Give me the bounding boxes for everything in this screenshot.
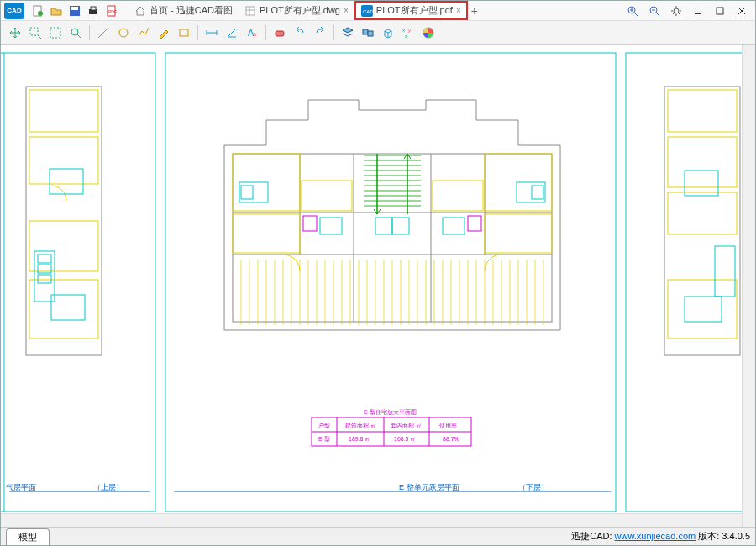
color-picker-icon[interactable] — [419, 24, 438, 42]
status-bar: 模型 迅捷CAD: www.xunjiecad.com 版本: 3.4.0.5 — [1, 527, 755, 545]
zoom-in-icon[interactable] — [626, 4, 639, 18]
pan-icon[interactable] — [6, 24, 24, 42]
svg-point-31 — [119, 29, 128, 37]
polyline-icon[interactable] — [134, 24, 153, 42]
svg-rect-125 — [29, 137, 98, 184]
coordinate-icon[interactable]: xyz — [399, 24, 417, 42]
main-toolbar: Aa xyz — [1, 21, 755, 45]
window-controls — [626, 4, 748, 18]
svg-text:y: y — [408, 28, 411, 33]
svg-rect-5 — [91, 7, 96, 10]
redo-icon[interactable] — [311, 24, 329, 42]
svg-text:使用率: 使用率 — [439, 423, 457, 429]
maximize-icon[interactable] — [713, 4, 727, 18]
open-folder-icon[interactable] — [50, 4, 63, 18]
svg-text:z: z — [405, 34, 407, 39]
zoom-realtime-icon[interactable] — [66, 24, 85, 42]
version-label: 版本: — [698, 531, 719, 541]
svg-text:x: x — [402, 28, 405, 33]
svg-rect-132 — [38, 275, 51, 283]
svg-text:户型: 户型 — [318, 423, 330, 428]
svg-rect-32 — [180, 29, 188, 36]
svg-text:PDF: PDF — [108, 9, 117, 14]
brand-link[interactable]: www.xunjiecad.com — [615, 531, 696, 541]
vertical-scrollbar[interactable] — [742, 45, 755, 527]
line-icon[interactable] — [94, 24, 113, 42]
svg-rect-39 — [363, 29, 368, 34]
svg-rect-47 — [4, 53, 155, 512]
tab-home[interactable]: 首页 - 迅捷CAD看图 — [129, 2, 239, 19]
svg-rect-137 — [668, 192, 737, 234]
circle-icon[interactable] — [114, 24, 133, 42]
minimize-icon[interactable] — [691, 4, 705, 18]
table-title: E 型住宅放大平面图 — [364, 409, 417, 416]
svg-rect-140 — [715, 246, 735, 297]
tab-label: PLOT所有户型.pdf — [376, 4, 453, 17]
svg-line-29 — [77, 34, 81, 38]
drawing-label-right: （下层） — [518, 483, 549, 491]
tab-label: 首页 - 迅捷CAD看图 — [150, 4, 233, 17]
block-icon[interactable] — [359, 24, 377, 42]
svg-rect-59 — [233, 214, 300, 253]
close-window-icon[interactable] — [735, 4, 748, 18]
zoom-out-icon[interactable] — [648, 4, 661, 18]
svg-line-14 — [634, 13, 638, 16]
zoom-window-icon[interactable] — [26, 24, 45, 42]
erase-icon[interactable] — [270, 24, 289, 42]
layer-icon[interactable] — [339, 24, 357, 42]
svg-text:189.8 ㎡: 189.8 ㎡ — [349, 436, 370, 442]
dimension-linear-icon[interactable] — [202, 24, 221, 42]
new-tab-button[interactable]: + — [468, 4, 481, 18]
svg-rect-135 — [668, 90, 737, 132]
tab-pdf-file[interactable]: CAD PLOT所有户型.pdf × — [354, 1, 468, 20]
svg-rect-128 — [50, 169, 83, 194]
cad-drawing: E 型住宅放大平面图 户型 建筑面积 ㎡ 套内面积 ㎡ 使用率 E 型 189.… — [1, 45, 755, 527]
svg-rect-61 — [302, 181, 352, 211]
svg-rect-22 — [717, 8, 723, 14]
box3d-icon[interactable] — [379, 24, 397, 42]
drawing-label-left2: （上层） — [93, 483, 123, 491]
toolbar-separator — [89, 25, 90, 40]
settings-icon[interactable] — [669, 4, 683, 18]
svg-rect-127 — [29, 280, 98, 339]
dimension-angle-icon[interactable] — [223, 24, 241, 42]
svg-rect-134 — [664, 87, 740, 355]
rectangle-icon[interactable] — [175, 24, 193, 42]
svg-rect-124 — [29, 90, 98, 132]
tab-dwg-file[interactable]: PLOT所有户型.dwg × — [239, 2, 354, 19]
print-icon[interactable] — [87, 4, 100, 18]
svg-rect-60 — [485, 214, 552, 253]
tab-bar: 首页 - 迅捷CAD看图 PLOT所有户型.dwg × CAD PLOT所有户型… — [129, 1, 619, 20]
svg-rect-106 — [375, 218, 392, 234]
pencil-icon[interactable] — [155, 24, 173, 42]
export-pdf-icon[interactable]: PDF — [105, 4, 118, 18]
svg-rect-103 — [532, 186, 543, 199]
model-tab[interactable]: 模型 — [6, 528, 50, 545]
svg-text:CAD: CAD — [363, 9, 373, 14]
svg-text:E 型: E 型 — [318, 436, 330, 442]
svg-rect-130 — [38, 255, 51, 263]
drawing-canvas[interactable]: E 型住宅放大平面图 户型 建筑面积 ㎡ 套内面积 ㎡ 使用率 E 型 189.… — [1, 45, 755, 527]
svg-rect-126 — [29, 221, 98, 271]
svg-rect-107 — [392, 218, 409, 234]
svg-rect-25 — [30, 28, 38, 35]
horizontal-scrollbar[interactable] — [1, 513, 742, 527]
new-file-icon[interactable] — [31, 4, 45, 18]
toolbar-separator — [197, 25, 198, 40]
svg-rect-105 — [443, 218, 465, 234]
zoom-extents-icon[interactable] — [46, 24, 65, 42]
save-icon[interactable] — [68, 4, 81, 18]
svg-rect-121 — [303, 216, 317, 231]
tab-close-icon[interactable]: × — [456, 6, 461, 15]
tab-close-icon[interactable]: × — [344, 6, 349, 15]
svg-rect-136 — [668, 137, 737, 187]
drawing-label-left: 气层平面 — [6, 483, 36, 491]
svg-rect-3 — [71, 7, 78, 10]
svg-text:套内面积 ㎡: 套内面积 ㎡ — [391, 423, 422, 428]
svg-rect-104 — [320, 218, 342, 234]
undo-icon[interactable] — [291, 24, 309, 42]
svg-point-20 — [674, 8, 679, 13]
svg-line-26 — [38, 35, 41, 39]
brand-label: 迅捷CAD: — [571, 531, 612, 541]
text-icon[interactable]: Aa — [243, 24, 261, 42]
